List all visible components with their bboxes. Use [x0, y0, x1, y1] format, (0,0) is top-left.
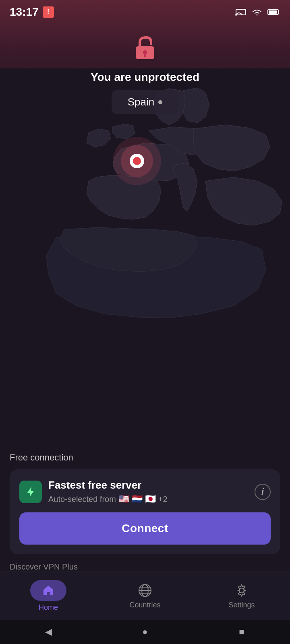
- server-icon: [19, 481, 42, 503]
- home-button[interactable]: ●: [133, 624, 157, 640]
- connect-button[interactable]: Connect: [19, 512, 271, 545]
- wifi-icon: [251, 8, 263, 17]
- status-icons: [235, 8, 280, 17]
- info-icon[interactable]: i: [255, 484, 271, 500]
- auto-selected-text: Auto-selected from: [48, 495, 116, 504]
- map-ping-spain: [113, 137, 161, 185]
- unprotected-heading: You are unprotected: [91, 71, 199, 84]
- location-pill[interactable]: Spain: [112, 90, 179, 114]
- back-button[interactable]: ◀: [36, 624, 60, 640]
- recents-button[interactable]: ■: [230, 624, 254, 640]
- server-card[interactable]: Fastest free server Auto-selected from 🇺…: [10, 469, 280, 554]
- home-nav-icon-bg: [30, 580, 66, 601]
- server-details: Fastest free server Auto-selected from 🇺…: [48, 479, 168, 504]
- settings-gear-icon: [234, 582, 250, 599]
- svg-rect-10: [144, 54, 146, 57]
- lock-icon-container: [129, 32, 161, 64]
- home-icon: [42, 584, 55, 597]
- nav-item-home[interactable]: Home: [0, 580, 97, 612]
- discover-vpn-plus-label[interactable]: Discover VPN Plus: [10, 562, 280, 572]
- home-nav-label: Home: [39, 603, 58, 612]
- alert-icon: !: [43, 6, 54, 18]
- server-card-header: Fastest free server Auto-selected from 🇺…: [19, 479, 271, 504]
- bolt-icon: [24, 485, 37, 498]
- extra-count: +2: [158, 495, 168, 504]
- header-content: You are unprotected Spain: [0, 24, 290, 114]
- svg-rect-4: [236, 9, 246, 15]
- system-nav: ◀ ● ■: [0, 620, 290, 644]
- flag-nl: 🇳🇱: [132, 494, 143, 504]
- status-time: 13:17: [10, 6, 39, 19]
- location-separator: [158, 100, 162, 104]
- server-subtitle: Auto-selected from 🇺🇸 🇳🇱 🇯🇵 +2: [48, 494, 168, 504]
- cast-icon: [235, 8, 246, 17]
- server-info: Fastest free server Auto-selected from 🇺…: [19, 479, 168, 504]
- settings-nav-label: Settings: [228, 601, 255, 609]
- flag-us: 🇺🇸: [118, 494, 129, 504]
- server-title: Fastest free server: [48, 479, 168, 491]
- nav-item-settings[interactable]: Settings: [193, 582, 290, 609]
- location-text: Spain: [128, 96, 155, 108]
- flag-jp: 🇯🇵: [145, 494, 156, 504]
- bottom-nav: Home Countries Settings: [0, 572, 290, 620]
- countries-nav-label: Countries: [129, 601, 160, 609]
- svg-point-5: [235, 14, 237, 16]
- svg-rect-7: [269, 10, 277, 14]
- free-connection-label: Free connection: [10, 452, 280, 463]
- status-bar: 13:17 !: [0, 0, 290, 24]
- bottom-panel: Free connection Fastest free server Auto…: [0, 452, 290, 572]
- countries-globe-icon: [137, 582, 153, 599]
- unlock-icon: [131, 34, 159, 62]
- nav-item-countries[interactable]: Countries: [97, 582, 193, 609]
- battery-icon: [267, 8, 280, 16]
